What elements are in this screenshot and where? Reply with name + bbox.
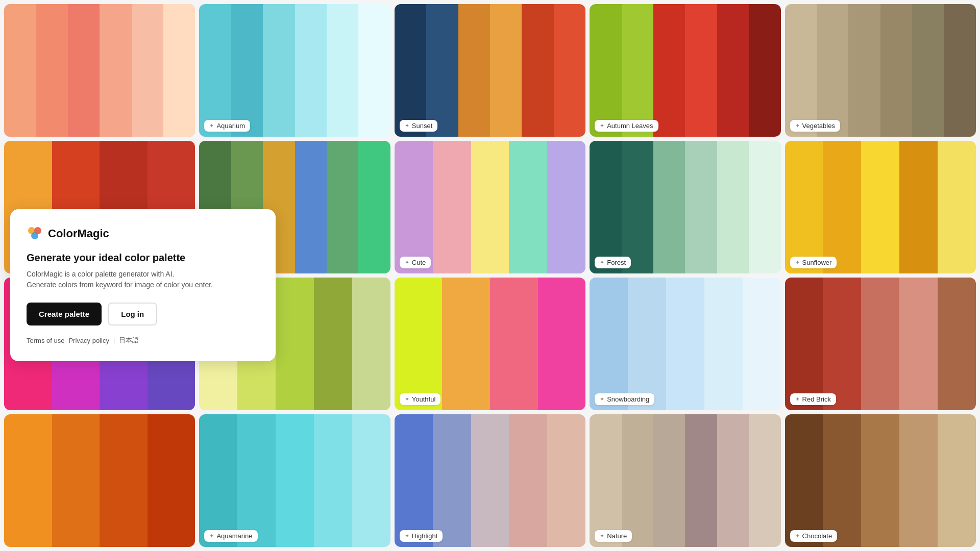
sparkle-icon: ✦	[795, 259, 800, 266]
sparkle-icon: ✦	[405, 396, 409, 403]
privacy-link[interactable]: Privacy policy	[68, 337, 109, 344]
palette-card-youthful[interactable]: ✦ Youthful	[395, 278, 585, 410]
palette-card-aquarium[interactable]: ✦ Aquarium	[199, 4, 390, 137]
palette-label-chocolate: ✦ Chocolate	[790, 530, 838, 542]
app-name: ColorMagic	[48, 227, 109, 240]
modal-title: Generate your ideal color palette	[27, 252, 259, 264]
palette-label-sunflower: ✦ Sunflower	[790, 257, 837, 268]
create-palette-button[interactable]: Create palette	[27, 303, 102, 325]
palette-card-highlight[interactable]: ✦ Highlight	[395, 414, 585, 547]
sparkle-icon: ✦	[795, 396, 800, 403]
palette-card-chocolate[interactable]: ✦ Chocolate	[785, 414, 976, 547]
palette-label-youthful: ✦ Youthful	[400, 393, 441, 405]
sparkle-icon: ✦	[405, 259, 409, 266]
palette-card-cute[interactable]: ✦ Cute	[395, 141, 585, 273]
sparkle-icon: ✦	[600, 122, 604, 129]
sparkle-icon: ✦	[795, 533, 800, 539]
palette-label-vegetables: ✦ Vegetables	[790, 120, 840, 132]
terms-link[interactable]: Terms of use	[27, 337, 64, 344]
palette-label-cute: ✦ Cute	[400, 257, 431, 268]
palette-label-red-brick: ✦ Red Brick	[790, 393, 836, 405]
palette-card-forest[interactable]: ✦ Forest	[590, 141, 780, 273]
onboarding-modal: ColorMagic Generate your ideal color pal…	[10, 209, 276, 361]
palette-card-vegetables[interactable]: ✦ Vegetables	[785, 4, 976, 137]
modal-buttons: Create palette Log in	[27, 303, 259, 325]
sparkle-icon: ✦	[209, 533, 214, 539]
modal-logo: ColorMagic	[27, 226, 259, 242]
footer-separator: |	[113, 337, 115, 344]
palette-label-sunset: ✦ Sunset	[400, 120, 437, 132]
japanese-link[interactable]: 日本語	[119, 336, 139, 345]
palette-card-autumn-leaves[interactable]: ✦ Autumn Leaves	[590, 4, 780, 137]
palette-card-aquamarine[interactable]: ✦ Aquamarine	[199, 414, 390, 547]
sparkle-icon: ✦	[209, 122, 214, 129]
palette-grid: ✦ Aquarium ✦ Sunset ✦ Autumn Leaves	[0, 0, 980, 551]
login-button[interactable]: Log in	[108, 303, 157, 325]
sparkle-icon: ✦	[405, 122, 409, 129]
palette-label-aquarium: ✦ Aquarium	[204, 120, 250, 132]
palette-card-snowboarding[interactable]: ✦ Snowboarding	[590, 278, 780, 410]
modal-description: ColorMagic is a color palette generator …	[27, 269, 259, 290]
sparkle-icon: ✦	[405, 533, 409, 539]
palette-card-sunset[interactable]: ✦ Sunset	[395, 4, 585, 137]
sparkle-icon: ✦	[795, 122, 800, 129]
palette-card-row4-col1[interactable]	[4, 414, 195, 547]
sparkle-icon: ✦	[600, 396, 604, 403]
palette-label-aquamarine: ✦ Aquamarine	[204, 530, 257, 542]
palette-label-snowboarding: ✦ Snowboarding	[595, 393, 654, 405]
colormagic-logo-icon	[27, 226, 43, 242]
palette-label-forest: ✦ Forest	[595, 257, 631, 268]
palette-label-nature: ✦ Nature	[595, 530, 632, 542]
palette-card-row1-col1[interactable]	[4, 4, 195, 137]
palette-label-autumn-leaves: ✦ Autumn Leaves	[595, 120, 658, 132]
palette-label-highlight: ✦ Highlight	[400, 530, 443, 542]
sparkle-icon: ✦	[600, 533, 604, 539]
palette-card-red-brick[interactable]: ✦ Red Brick	[785, 278, 976, 410]
modal-footer: Terms of use Privacy policy | 日本語	[27, 336, 259, 345]
svg-point-2	[31, 232, 38, 239]
palette-card-nature[interactable]: ✦ Nature	[590, 414, 780, 547]
sparkle-icon: ✦	[600, 259, 604, 266]
palette-card-sunflower[interactable]: ✦ Sunflower	[785, 141, 976, 273]
